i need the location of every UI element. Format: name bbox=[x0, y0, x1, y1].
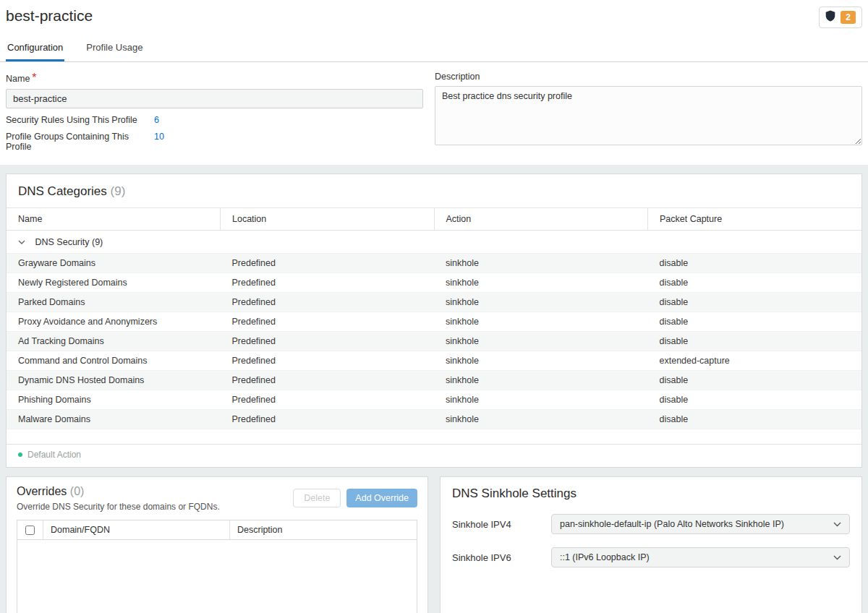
action-link[interactable]: sinkhole bbox=[434, 371, 648, 390]
dns-sinkhole-panel: DNS Sinkhole Settings Sinkhole IPV4 pan-… bbox=[440, 476, 862, 613]
category-name: Malware Domains bbox=[7, 410, 221, 429]
shield-icon bbox=[825, 10, 835, 25]
table-row[interactable]: Proxy Avoidance and Anonymizers Predefin… bbox=[7, 312, 861, 332]
action-link[interactable]: sinkhole bbox=[434, 410, 648, 429]
category-name: Newly Registered Domains bbox=[7, 273, 221, 293]
table-row[interactable]: Ad Tracking Domains Predefined sinkhole … bbox=[7, 332, 861, 351]
dns-categories-panel: DNS Categories (9) Name Location Action … bbox=[6, 173, 862, 468]
packet-capture-link[interactable]: disable bbox=[648, 312, 862, 332]
action-link[interactable]: sinkhole bbox=[434, 390, 648, 410]
packet-capture-link[interactable]: disable bbox=[648, 273, 862, 293]
action-link[interactable]: sinkhole bbox=[434, 332, 648, 351]
content-area: DNS Categories (9) Name Location Action … bbox=[0, 165, 868, 613]
description-textarea[interactable]: Best practice dns security profile bbox=[435, 86, 862, 145]
alerts-badge-button[interactable]: 2 bbox=[819, 7, 862, 28]
packet-capture-link[interactable]: disable bbox=[648, 410, 862, 429]
page-header: best-practice 2 Configuration Profile Us… bbox=[0, 0, 868, 165]
name-label: Name bbox=[6, 74, 30, 84]
category-location: Predefined bbox=[221, 254, 435, 273]
profile-groups-count-link[interactable]: 10 bbox=[154, 132, 164, 152]
overrides-panel: Overrides (0) Override DNS Security for … bbox=[6, 476, 428, 613]
sinkhole-ipv6-select[interactable]: ::1 (IPv6 Loopback IP) bbox=[551, 547, 850, 567]
packet-capture-link[interactable]: disable bbox=[648, 254, 862, 273]
default-action-legend: Default Action bbox=[7, 444, 861, 467]
table-empty-spacer bbox=[7, 429, 861, 444]
category-name: Proxy Avoidance and Anonymizers bbox=[7, 312, 221, 332]
name-input[interactable] bbox=[6, 89, 423, 108]
required-asterisk: * bbox=[32, 72, 36, 84]
packet-capture-link[interactable]: disable bbox=[648, 332, 862, 351]
dns-categories-title: DNS Categories (9) bbox=[7, 174, 861, 207]
packet-capture-link[interactable]: extended-capture bbox=[648, 351, 862, 371]
action-link[interactable]: sinkhole bbox=[434, 254, 648, 273]
action-link[interactable]: sinkhole bbox=[434, 351, 648, 371]
sinkhole-ipv6-value: ::1 (IPv6 Loopback IP) bbox=[560, 552, 650, 562]
column-header-action[interactable]: Action bbox=[434, 208, 648, 231]
column-header-name[interactable]: Name bbox=[7, 208, 221, 231]
chevron-down-icon bbox=[833, 552, 841, 562]
column-header-packet-capture[interactable]: Packet Capture bbox=[648, 208, 862, 231]
default-action-dot bbox=[18, 453, 22, 457]
column-header-location[interactable]: Location bbox=[221, 208, 435, 231]
table-row[interactable]: Grayware Domains Predefined sinkhole dis… bbox=[7, 254, 861, 273]
sinkhole-ipv4-select[interactable]: pan-sinkhole-default-ip (Palo Alto Netwo… bbox=[551, 514, 850, 534]
tab-profile-usage[interactable]: Profile Usage bbox=[85, 36, 144, 61]
table-row[interactable]: Malware Domains Predefined sinkhole disa… bbox=[7, 410, 861, 429]
security-rules-label: Security Rules Using This Profile bbox=[6, 115, 154, 125]
table-row[interactable]: Parked Domains Predefined sinkhole disab… bbox=[7, 293, 861, 312]
category-location: Predefined bbox=[221, 351, 435, 371]
table-row[interactable]: Phishing Domains Predefined sinkhole dis… bbox=[7, 390, 861, 410]
packet-capture-link[interactable]: disable bbox=[648, 371, 862, 390]
category-location: Predefined bbox=[221, 273, 435, 293]
category-location: Predefined bbox=[221, 293, 435, 312]
overrides-count: (0) bbox=[70, 485, 85, 497]
chevron-down-icon bbox=[833, 519, 841, 529]
delete-button[interactable]: Delete bbox=[293, 489, 341, 507]
category-name: Parked Domains bbox=[7, 293, 221, 312]
column-header-domain[interactable]: Domain/FQDN bbox=[43, 520, 230, 539]
default-action-label: Default Action bbox=[27, 450, 81, 460]
category-name: Grayware Domains bbox=[7, 254, 221, 273]
category-name: Phishing Domains bbox=[7, 390, 221, 410]
dns-categories-table: Name Location Action Packet Capture DNS … bbox=[7, 207, 861, 429]
group-row-dns-security[interactable]: DNS Security (9) bbox=[7, 231, 861, 254]
category-name: Command and Control Domains bbox=[7, 351, 221, 371]
sinkhole-ipv4-label: Sinkhole IPV4 bbox=[452, 519, 551, 530]
category-location: Predefined bbox=[221, 312, 435, 332]
overrides-table: Domain/FQDN Description bbox=[17, 520, 417, 613]
tab-configuration[interactable]: Configuration bbox=[6, 36, 64, 61]
profile-form: Name* Security Rules Using This Profile … bbox=[0, 62, 868, 163]
packet-capture-link[interactable]: disable bbox=[648, 390, 862, 410]
category-name: Dynamic DNS Hosted Domains bbox=[7, 371, 221, 390]
dns-categories-count: (9) bbox=[111, 184, 126, 198]
action-link[interactable]: sinkhole bbox=[434, 273, 648, 293]
category-location: Predefined bbox=[221, 410, 435, 429]
select-all-checkbox[interactable] bbox=[25, 526, 35, 535]
overrides-empty-body bbox=[17, 540, 417, 613]
sinkhole-ipv6-label: Sinkhole IPV6 bbox=[452, 552, 551, 563]
packet-capture-link[interactable]: disable bbox=[648, 293, 862, 312]
overrides-title: Overrides (0) bbox=[17, 485, 220, 498]
table-row[interactable]: Newly Registered Domains Predefined sink… bbox=[7, 273, 861, 293]
category-location: Predefined bbox=[221, 390, 435, 410]
table-row[interactable]: Command and Control Domains Predefined s… bbox=[7, 351, 861, 371]
page-title: best-practice bbox=[6, 7, 93, 24]
tab-bar: Configuration Profile Usage bbox=[0, 36, 868, 62]
overrides-table-header: Domain/FQDN Description bbox=[17, 520, 417, 540]
category-name: Ad Tracking Domains bbox=[7, 332, 221, 351]
column-header-description[interactable]: Description bbox=[230, 520, 417, 539]
description-label: Description bbox=[435, 72, 862, 82]
profile-groups-label: Profile Groups Containing This Profile bbox=[6, 132, 154, 152]
table-header-row: Name Location Action Packet Capture bbox=[7, 208, 861, 231]
action-link[interactable]: sinkhole bbox=[434, 293, 648, 312]
badge-count: 2 bbox=[841, 11, 856, 24]
sinkhole-ipv4-value: pan-sinkhole-default-ip (Palo Alto Netwo… bbox=[560, 519, 784, 529]
dns-sinkhole-title: DNS Sinkhole Settings bbox=[452, 486, 850, 501]
chevron-down-icon[interactable] bbox=[18, 236, 25, 247]
add-override-button[interactable]: Add Override bbox=[346, 489, 417, 507]
table-row[interactable]: Dynamic DNS Hosted Domains Predefined si… bbox=[7, 371, 861, 390]
category-location: Predefined bbox=[221, 371, 435, 390]
category-location: Predefined bbox=[221, 332, 435, 351]
action-link[interactable]: sinkhole bbox=[434, 312, 648, 332]
security-rules-count-link[interactable]: 6 bbox=[154, 115, 159, 125]
